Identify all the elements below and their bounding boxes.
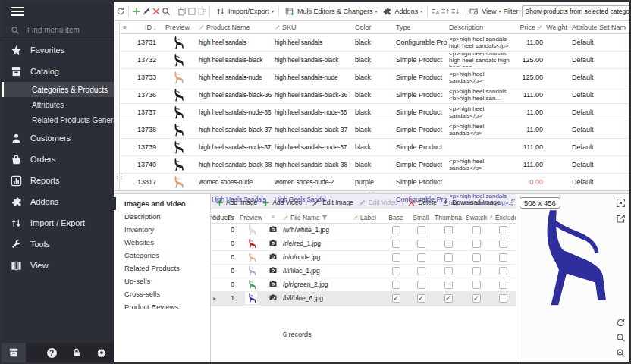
settings-button[interactable] [89,343,114,362]
tab-inventory[interactable]: Inventory [114,223,210,236]
sort-ascending-icon[interactable] [441,5,450,17]
checkbox-swatch[interactable] [472,253,481,262]
checkbox-swatch[interactable]: ✓ [472,294,481,303]
sidebar-item-import-export[interactable]: Import / Export [2,212,114,234]
add-image-button[interactable]: Add Image [214,198,259,208]
edit-video-button[interactable]: Edit Video [356,198,400,208]
download-image-button[interactable]: Download Image [440,198,502,208]
checkbox-thumb[interactable] [444,267,453,275]
sort-az-icon[interactable]: A [431,5,440,17]
copy-icon[interactable] [177,5,187,17]
row-marker-header[interactable]: ≡ [120,24,130,31]
checkbox-base[interactable] [392,253,400,262]
menu-search-input[interactable] [26,25,102,35]
cell-price[interactable]: 125.00 [518,74,545,81]
delete-image-button[interactable]: Delete [406,198,438,208]
checkbox-swatch[interactable] [472,240,481,248]
delete-product-icon[interactable] [152,5,161,17]
product-row-13739[interactable]: 13739high heel sandals-nude-37high heel … [120,139,629,156]
checkbox-small[interactable] [417,267,425,275]
cell-name[interactable]: high heel sandals-nude-37 [196,143,272,151]
cell-name[interactable]: high heel sandals-black-36 [196,91,272,99]
cell-sku[interactable]: high heel sandals-black-37 [272,126,353,133]
zoom-out-icon[interactable] [616,333,626,343]
cell-name[interactable]: high heel sandals-nude [196,74,272,81]
cell-sku[interactable]: women shoes-nude-2 [272,178,353,186]
sidebar-item-customers[interactable]: Customers [2,127,114,149]
tab-product-reviews[interactable]: Product Reviews [114,300,210,313]
category-filter-select[interactable]: Show products from selected categories ▾ [522,5,629,17]
cell-preview[interactable] [159,52,196,67]
paste-special-icon[interactable] [197,5,206,17]
cell-name[interactable]: high heel sandals-nude-36 [196,108,272,116]
cell-price[interactable]: 111.00 [518,91,545,99]
cell-sku[interactable]: high heel sandals [272,39,353,46]
checkbox-thumb[interactable] [444,253,453,262]
product-row-13740[interactable]: 13740high heel sandals-black-38high heel… [120,156,629,174]
tab-categories[interactable]: Categories [114,249,210,262]
cell-preview[interactable] [159,174,196,190]
cell-sku[interactable]: high heel sandals-nude [272,74,353,81]
cell-name[interactable]: high heel sandals-black-38 [196,161,272,168]
cell-price[interactable]: 111.00 [518,161,545,168]
cell-price[interactable]: 11.00 [518,126,545,133]
cell-sku[interactable]: high heel sandals-nude-36 [272,108,353,116]
image-column-header-base[interactable]: Base [384,214,408,221]
column-header-id[interactable]: ID↓ [130,24,159,31]
sidebar-item-favorites[interactable]: Favorites [2,39,114,61]
checkbox-small[interactable] [417,226,425,234]
tab-related-products[interactable]: Related Products [114,262,210,275]
cell-name[interactable]: high heel sandals [196,39,272,46]
import-export-button[interactable]: Import/Export ▾ [213,5,275,18]
checkbox-exclude[interactable] [499,253,507,262]
tab-up-sells[interactable]: Up-sells [114,275,210,287]
sidebar-item-addons[interactable]: Addons [2,191,114,212]
checkbox-exclude[interactable] [499,226,507,234]
product-row-13736[interactable]: 13736high heel sandals-black-36high heel… [120,86,629,104]
checkbox-thumb[interactable]: ✓ [444,294,453,303]
image-column-header-preview[interactable]: Preview [237,214,265,221]
cell-preview[interactable] [159,140,196,155]
refresh-icon[interactable] [116,5,125,17]
cell-preview[interactable] [159,87,196,102]
checkbox-swatch[interactable] [472,267,481,275]
sidebar-item-categories-products[interactable]: Categories & Products [2,82,114,97]
cell-sku[interactable]: high heel sandals-black-36 [272,91,353,99]
add-video-button[interactable]: Add Video [260,198,303,208]
column-header-attribute-set-name[interactable]: Attribute Set Name [570,24,626,31]
image-row-green_2.jpg[interactable]: 0/g/r/green_2.jpg [211,278,516,292]
sort-descending-icon[interactable] [450,5,460,17]
cell-preview[interactable] [159,122,196,137]
checkbox-exclude[interactable] [499,294,507,303]
search-products-icon[interactable] [162,5,171,17]
tab-websites[interactable]: Websites [114,236,210,249]
checkbox-base[interactable]: ✓ [392,294,400,303]
checkbox-swatch[interactable] [472,226,481,234]
column-header-price[interactable]: Price [518,24,545,31]
cell-name[interactable]: women shoes-nude [196,178,272,186]
image-marker-header[interactable]: ≡ [265,214,281,221]
cell-preview[interactable] [159,105,196,120]
image-row-blue_6.jpg[interactable]: ▸1/b/l/blue_6.jpg✓✓✓✓ [211,292,516,306]
checkbox-exclude[interactable] [499,240,507,248]
view-button[interactable]: View ▾ [466,5,502,18]
product-row-13733[interactable]: 13733high heel sandals-nudehigh heel san… [120,69,629,86]
image-row-lilac_1.jpg[interactable]: 0/l/i/lilac_1.jpg [211,265,516,278]
fit-screen-icon[interactable] [616,198,626,208]
image-row-red_1.jpg[interactable]: 0/r/e/red_1.jpg [211,237,516,251]
column-header-sku[interactable]: SKU [272,24,353,31]
sidebar-item-reports[interactable]: Reports [2,170,114,191]
add-product-icon[interactable] [132,5,141,17]
product-row-13737[interactable]: 13737high heel sandals-nude-36high heel … [120,104,629,121]
column-header-color[interactable]: Color [353,24,394,31]
column-header-description[interactable]: Description [447,24,518,31]
cell-sku[interactable]: high heel sandals-nude-37 [272,143,353,151]
lock-button[interactable] [64,343,89,362]
checkbox-thumb[interactable] [444,281,453,289]
cell-price[interactable]: 11.00 [518,39,545,46]
cell-preview[interactable] [159,70,196,85]
cell-name[interactable]: high heel sandals-black-37 [196,126,272,133]
cell-name[interactable]: high heel sandals-black [196,56,272,64]
sidebar-item-catalog[interactable]: Catalog [2,61,114,82]
edit-image-button[interactable]: Edit Image [310,198,355,208]
